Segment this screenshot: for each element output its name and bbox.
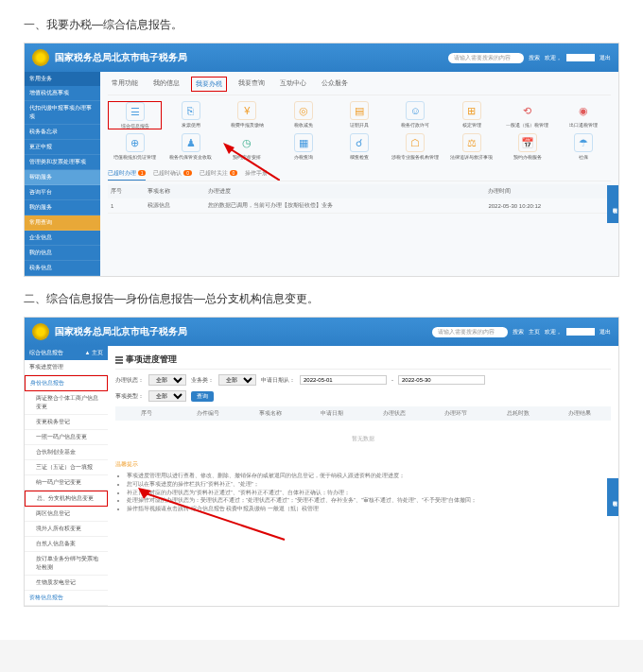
welcome-label: 欢迎， [545,328,562,336]
sb2-item[interactable]: 总、分支机构信息变更 [25,491,108,507]
sidebar-1: 常用业务 增值税优惠事项 代扣代缴申报事项办理事项 税务备忘录 更正申报 管理类… [25,72,100,276]
search-input[interactable]: 请输入需要搜索的内容 [432,327,508,337]
sidebar-item[interactable]: 增值税优惠事项 [25,86,100,101]
query-button[interactable]: 查询 [191,391,214,402]
sb2-header: 综合信息报告▲ 主页 [25,346,108,360]
step1-title: 一、我要办税—综合信息报告。 [24,17,619,33]
panel-title: 事项进度管理 [115,351,611,370]
sb2-item[interactable]: 三证（五证）合一填报 [25,460,108,475]
filter-row-1: 办理状态：全部 业务类：全部 申请日期从： - [115,374,611,386]
exit-link[interactable]: 退出 [600,54,611,62]
service-icon[interactable]: ⊞核定管理 [444,101,498,129]
service-icon[interactable]: ◷预约定价安排 [220,133,274,160]
user-blur [566,328,595,336]
home-link[interactable]: 主页 [529,328,540,336]
sb2-item[interactable]: 两区信息登记 [25,507,108,522]
sb2-item[interactable]: 按订单业务分绑与受票地址检测 [25,552,108,576]
sidebar-item[interactable]: 我的服务 [25,200,100,215]
home-icon-link[interactable]: ▲ 主页 [84,349,103,357]
main-area-2: 事项进度管理 办理状态：全部 业务类：全部 申请日期从： - 事项类型：全部 查… [108,346,618,606]
service-icon[interactable]: ☖涉税专业服务机构管理 [389,133,443,160]
service-icon[interactable]: ☂社保 [557,133,611,160]
tab-item[interactable]: 公众服务 [318,77,352,92]
date-to[interactable] [398,375,485,385]
matter-select[interactable]: 全部 [148,390,186,402]
sb-section-help: 帮助服务 [25,170,100,185]
service-icon[interactable]: ☌稽查检查 [332,133,386,160]
tab-item-current[interactable]: 我要办税 [191,77,227,92]
sidebar-item[interactable]: 税务信息 [25,261,100,276]
emblem-icon [32,323,49,340]
screenshot-2: 国家税务总局北京市电子税务局 请输入需要搜索的内容 搜索 主页 欢迎， 退出 综… [24,317,619,607]
tab-item[interactable]: 常用功能 [108,77,142,92]
exit-link[interactable]: 退出 [600,328,611,336]
service-icon[interactable]: ◎税收减免 [276,101,330,129]
welcome-label: 欢迎， [545,54,562,62]
subtab-item[interactable]: 操作手册 [245,167,268,181]
result-header: 序号办件编号事项名称申请日期办理状态办理环节总耗时数办理结果 [115,406,611,421]
sb2-group[interactable]: 资格信息报告 [25,591,108,606]
top-tabs: 常用功能 我的信息 我要办税 我要查询 互动中心 公众服务 [108,77,611,95]
filter-row-2: 事项类型：全部 查询 [115,390,611,402]
sb2-item[interactable]: 变更税务登记 [25,415,108,430]
service-icon[interactable]: ♟税务代保管资金收取 [164,133,217,160]
task-table: 序号事项名称办理进度办理时间 1税源信息您的数据已调用，当前可办理【按期征收偿】… [108,184,611,214]
empty-text: 暂无数据 [115,421,611,457]
table-row[interactable]: 1税源信息您的数据已调用，当前可办理【按期征收偿】业务2022-05-30 10… [108,198,611,214]
sidebar-item[interactable]: 更正申报 [25,140,100,155]
service-icon-grid: ☰综合信息报告⎘发票使用¥税费申报及缴纳◎税收减免▤证明开具☺税务行政许可⊞核定… [108,101,611,160]
sidebar-item[interactable]: 代扣代缴申报事项办理事项 [25,101,100,125]
sidebar-item[interactable]: 企业信息 [25,231,100,246]
app-header: 国家税务总局北京市电子税务局 请输入需要搜索的内容 搜索 欢迎， 退出 [25,43,618,72]
service-icon[interactable]: ◉出口退税管理 [557,101,611,129]
type-select[interactable]: 全部 [218,374,256,386]
assist-tab[interactable]: 在线客服 [607,185,618,223]
service-icon[interactable]: ▦办税查询 [276,133,330,160]
sb2-item[interactable]: 自然人信息备案 [25,537,108,552]
tab-item[interactable]: 我要查询 [235,77,269,92]
search-button[interactable]: 搜索 [529,54,540,62]
service-icon[interactable]: ¥税费申报及缴纳 [220,101,274,129]
service-icon[interactable]: ▤证明开具 [332,101,386,129]
sb2-item[interactable]: 合伙制创业基金 [25,445,108,460]
sb-section-common: 常用业务 [25,72,100,86]
screenshot-1: 国家税务总局北京市电子税务局 请输入需要搜索的内容 搜索 欢迎， 退出 常用业务… [24,43,619,277]
date-from[interactable] [300,375,387,385]
subtab-item[interactable]: 已超时办理 1 [108,167,146,181]
app-header: 国家税务总局北京市电子税务局 请输入需要搜索的内容 搜索 主页 欢迎， 退出 [25,318,618,346]
user-blur [566,54,595,61]
subtab-item[interactable]: 已超时关注 0 [200,167,237,181]
tab-item[interactable]: 互动中心 [276,77,310,92]
sb2-item[interactable]: 身份信息报告 [25,375,108,391]
search-button[interactable]: 搜索 [513,328,524,336]
sb2-item[interactable]: 境外人所有权变更 [25,522,108,537]
sub-tabs: 已超时办理 1 已超时确认 0 已超时关注 0 操作手册 [108,167,611,181]
sb2-item[interactable]: 纳一码户登记变更 [25,475,108,491]
service-icon[interactable]: ⚖法律追诉与救济事项 [444,133,498,160]
status-select[interactable]: 全部 [148,374,186,386]
sidebar-item[interactable]: 税务备忘录 [25,125,100,140]
search-input[interactable]: 请输入需要搜索的内容 [448,53,524,63]
tab-item[interactable]: 我的信息 [149,77,183,92]
service-icon[interactable]: ⟲一般退（抵）税管理 [500,101,554,129]
notice-label: 温馨提示 [115,460,611,469]
service-icon[interactable]: ☰综合信息报告 [108,101,162,129]
sidebar-item[interactable]: 我的信息 [25,246,100,261]
sb2-item[interactable]: 一照一码户信息变更 [25,430,108,445]
sidebar-item[interactable]: 咨询平台 [25,185,100,200]
sb2-item[interactable]: 两证整合个体工商户信息变更 [25,391,108,415]
main-area-1: 常用功能 我的信息 我要办税 我要查询 互动中心 公众服务 ☰综合信息报告⎘发票… [100,72,618,276]
sb-section-query: 常用查询 [25,215,100,231]
service-icon[interactable]: ⊕增值税抵扣凭证管理 [108,133,162,160]
subtab-item[interactable]: 已超时确认 0 [153,167,191,181]
service-icon[interactable]: ☺税务行政许可 [389,101,443,129]
emblem-icon [32,49,49,66]
app-title: 国家税务总局北京市电子税务局 [55,325,187,338]
service-icon[interactable]: ⎘发票使用 [164,101,217,129]
sidebar-item[interactable]: 管理类和发票处理事项 [25,155,100,170]
sb2-item[interactable]: 生物质发电登记 [25,576,108,591]
sb2-item[interactable]: 事项进度管理 [25,360,108,375]
assist-tab[interactable]: 在线客服 [607,478,618,516]
service-icon[interactable]: 📅预约办税服务 [500,133,554,160]
app-title: 国家税务总局北京市电子税务局 [55,51,187,64]
